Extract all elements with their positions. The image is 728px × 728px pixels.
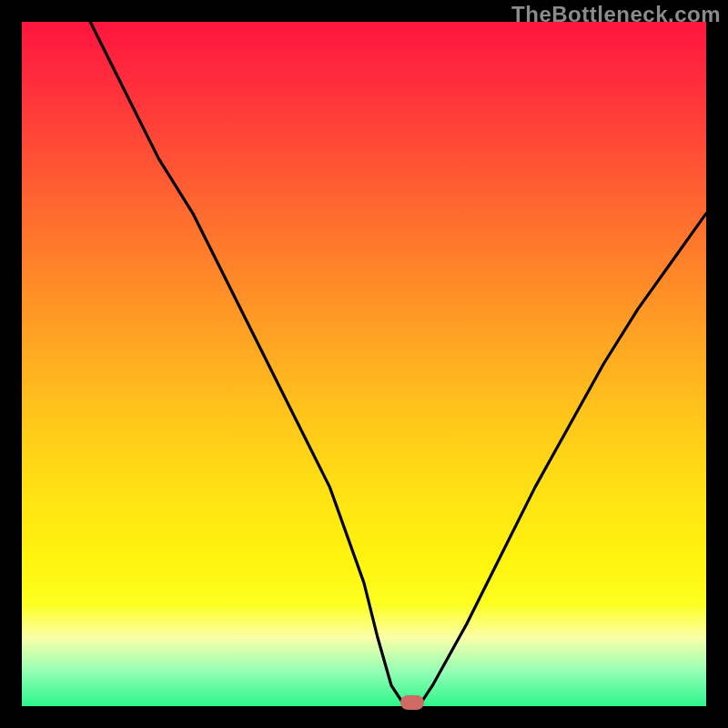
plot-area [22, 22, 706, 706]
optimum-marker [400, 695, 424, 710]
watermark-text: TheBottleneck.com [511, 2, 721, 27]
chart-frame: TheBottleneck.com [0, 0, 728, 728]
